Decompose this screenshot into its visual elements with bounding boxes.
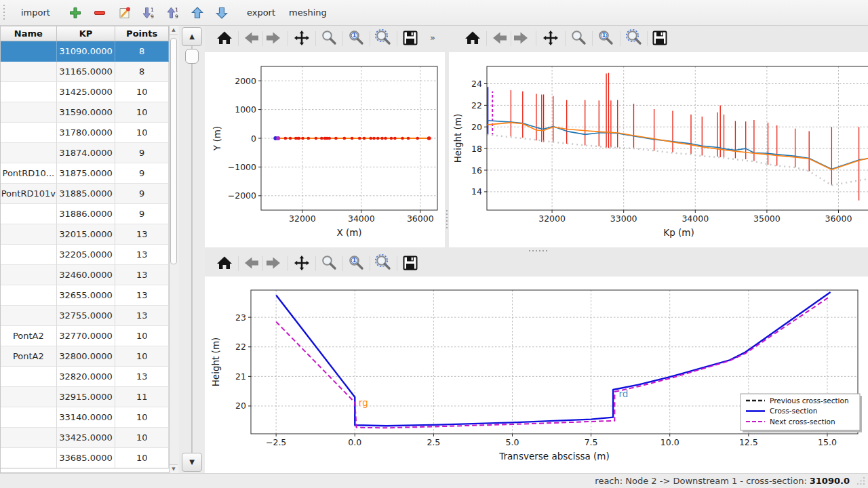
resize-grip-icon[interactable] bbox=[856, 476, 866, 486]
zoom-button[interactable] bbox=[568, 28, 589, 49]
cell-name[interactable] bbox=[1, 41, 57, 62]
cell-name[interactable] bbox=[1, 224, 57, 245]
cell-points[interactable]: 9 bbox=[115, 184, 169, 204]
edit-cross-section-button[interactable] bbox=[114, 3, 134, 23]
cell-kp[interactable]: 31425.0000 bbox=[57, 82, 116, 102]
cell-kp[interactable]: 32915.0000 bbox=[57, 387, 116, 407]
zoom-rect-button[interactable] bbox=[373, 253, 393, 274]
cell-name[interactable] bbox=[1, 82, 57, 102]
zoom-rect-button[interactable] bbox=[624, 28, 644, 49]
cell-points[interactable]: 10 bbox=[115, 82, 169, 102]
forward-button[interactable] bbox=[263, 28, 283, 49]
cell-points[interactable]: 13 bbox=[115, 306, 169, 326]
cell-points[interactable]: 13 bbox=[115, 224, 169, 245]
table-row-partial[interactable] bbox=[1, 468, 169, 473]
remove-cross-section-button[interactable] bbox=[90, 3, 110, 23]
cell-kp[interactable]: 31886.0000 bbox=[57, 204, 116, 224]
table-row[interactable]: 32755.000013 bbox=[1, 306, 169, 326]
cell-name[interactable] bbox=[1, 102, 57, 123]
cell-name[interactable] bbox=[1, 62, 57, 82]
save-button[interactable] bbox=[400, 28, 420, 49]
scroll-up-icon[interactable]: ▲ bbox=[170, 26, 178, 35]
cell-points[interactable]: 13 bbox=[115, 245, 169, 265]
pan-button[interactable] bbox=[292, 253, 312, 274]
cell-points[interactable]: 10 bbox=[115, 448, 169, 468]
back-button[interactable] bbox=[241, 28, 262, 49]
save-button[interactable] bbox=[400, 253, 420, 274]
cell-name[interactable]: PontRD101v bbox=[1, 184, 57, 204]
back-button[interactable] bbox=[241, 253, 262, 274]
vertical-splitter-handle-icon[interactable] bbox=[446, 210, 448, 229]
cell-points[interactable]: 11 bbox=[115, 387, 169, 407]
meshing-button[interactable]: meshing bbox=[282, 3, 334, 22]
forward-button[interactable] bbox=[263, 253, 283, 274]
zoom-one-button[interactable]: 1 bbox=[346, 253, 366, 274]
toolbar-drag-handle-icon[interactable] bbox=[3, 5, 6, 21]
sort-descending-button[interactable]: 19 bbox=[138, 3, 159, 23]
table-row[interactable]: 32655.000013 bbox=[1, 285, 169, 306]
cell-kp[interactable]: 33685.0000 bbox=[57, 448, 116, 468]
toolbar-overflow-icon[interactable]: » bbox=[430, 33, 435, 43]
save-button[interactable] bbox=[650, 28, 670, 49]
cell-points[interactable]: 9 bbox=[115, 163, 169, 184]
cell-name[interactable] bbox=[1, 407, 57, 428]
table-row[interactable]: PontRD10...31875.00009 bbox=[1, 163, 169, 184]
sort-ascending-button[interactable]: 19 bbox=[163, 3, 183, 23]
cell-kp[interactable]: 33425.0000 bbox=[57, 428, 116, 448]
cell-points[interactable]: 9 bbox=[115, 204, 169, 224]
zoom-button[interactable] bbox=[319, 28, 339, 49]
cell-kp[interactable]: 31590.0000 bbox=[57, 102, 116, 123]
pan-button[interactable] bbox=[540, 28, 561, 49]
cell-name[interactable] bbox=[1, 306, 57, 326]
table-row[interactable]: 33685.000010 bbox=[1, 448, 169, 468]
cross-section-slider-handle[interactable] bbox=[185, 49, 199, 64]
table-row[interactable]: 31090.00008 bbox=[1, 41, 169, 62]
table-row[interactable]: PontRD101v31885.00009 bbox=[1, 184, 169, 204]
cell-kp[interactable]: 31090.0000 bbox=[57, 41, 116, 62]
scroll-down-icon[interactable]: ▼ bbox=[170, 464, 178, 473]
table-row[interactable]: 31780.000010 bbox=[1, 123, 169, 143]
next-cross-section-button[interactable]: ▼ bbox=[182, 453, 202, 472]
cell-points[interactable]: 9 bbox=[115, 143, 169, 163]
table-row[interactable]: 33140.000010 bbox=[1, 407, 169, 428]
cell-kp[interactable]: 31780.0000 bbox=[57, 123, 116, 143]
column-header-points[interactable]: Points bbox=[115, 26, 169, 41]
table-row[interactable]: PontA232800.000010 bbox=[1, 346, 169, 367]
cell-name[interactable] bbox=[1, 245, 57, 265]
table-row[interactable]: 33425.000010 bbox=[1, 428, 169, 448]
cell-points[interactable]: 8 bbox=[115, 41, 169, 62]
table-row[interactable]: 32015.000013 bbox=[1, 224, 169, 245]
cell-kp[interactable]: 33140.0000 bbox=[57, 407, 116, 428]
cell-points[interactable]: 8 bbox=[115, 62, 169, 82]
cell-name[interactable] bbox=[1, 367, 57, 387]
cell-points[interactable]: 10 bbox=[115, 428, 169, 448]
cell-points[interactable]: 13 bbox=[115, 285, 169, 306]
home-button[interactable] bbox=[462, 28, 483, 49]
export-button[interactable]: export bbox=[240, 3, 282, 22]
cell-kp[interactable]: 31875.0000 bbox=[57, 163, 116, 184]
column-header-name[interactable]: Name bbox=[1, 26, 57, 41]
cell-kp[interactable]: 31874.0000 bbox=[57, 143, 116, 163]
add-cross-section-button[interactable] bbox=[65, 3, 85, 23]
cell-kp[interactable]: 31165.0000 bbox=[57, 62, 116, 82]
cell-name[interactable] bbox=[1, 428, 57, 448]
cell-kp[interactable]: 32800.0000 bbox=[57, 346, 116, 367]
cell-name[interactable] bbox=[1, 285, 57, 306]
column-header-kp[interactable]: KP bbox=[57, 26, 116, 41]
cell-name[interactable] bbox=[1, 448, 57, 468]
cell-name[interactable] bbox=[1, 265, 57, 285]
move-up-button[interactable] bbox=[187, 3, 208, 23]
cell-kp[interactable]: 32460.0000 bbox=[57, 265, 116, 285]
back-button[interactable] bbox=[490, 28, 510, 49]
table-row[interactable]: 31886.00009 bbox=[1, 204, 169, 224]
zoom-one-button[interactable]: 1 bbox=[595, 28, 616, 49]
pan-button[interactable] bbox=[292, 28, 312, 49]
cell-name[interactable] bbox=[1, 387, 57, 407]
cell-name[interactable]: PontA2 bbox=[1, 326, 57, 346]
cell-name[interactable] bbox=[1, 204, 57, 224]
cell-name[interactable] bbox=[1, 123, 57, 143]
zoom-rect-button[interactable] bbox=[373, 28, 393, 49]
scrollbar-thumb[interactable] bbox=[170, 38, 177, 264]
zoom-button[interactable] bbox=[319, 253, 339, 274]
home-button[interactable] bbox=[214, 253, 235, 274]
